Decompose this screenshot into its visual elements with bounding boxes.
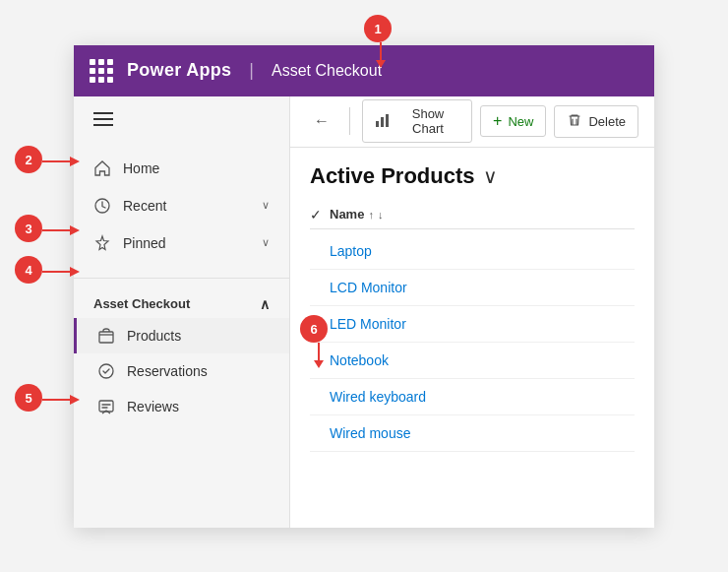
sidebar-item-products[interactable]: Products <box>74 318 289 353</box>
show-chart-label: Show Chart <box>396 106 459 136</box>
annotation-1-arrow <box>375 42 387 72</box>
topbar-divider: | <box>249 60 254 81</box>
list-col-name[interactable]: Name ↑ ↓ <box>330 207 383 222</box>
delete-button[interactable]: Delete <box>554 105 638 138</box>
list-item[interactable]: Laptop <box>310 233 635 270</box>
annotation-4-arrow <box>42 266 82 278</box>
svg-marker-5 <box>70 225 80 235</box>
view-title: Active Products ∨ <box>310 163 635 189</box>
delete-icon <box>567 112 582 131</box>
annotation-3: 3 <box>15 215 42 242</box>
list-item[interactable]: LED Monitor <box>310 306 635 343</box>
pin-icon <box>93 234 111 252</box>
svg-rect-17 <box>381 117 384 127</box>
svg-rect-16 <box>376 121 379 127</box>
list-item[interactable]: Wired mouse <box>310 415 635 452</box>
sidebar-item-home[interactable]: Home <box>74 150 289 187</box>
sidebar-item-reservations-label: Reservations <box>127 363 208 379</box>
waffle-icon[interactable] <box>90 59 113 83</box>
annotation-6: 6 <box>300 315 328 343</box>
delete-label: Delete <box>588 114 626 129</box>
svg-marker-9 <box>70 395 80 405</box>
list-header: ✓ Name ↑ ↓ <box>310 201 635 229</box>
svg-marker-11 <box>314 360 324 368</box>
list-item[interactable]: LCD Monitor <box>310 270 635 306</box>
item-name-3: LED Monitor <box>330 316 406 332</box>
hamburger-button[interactable] <box>90 108 117 130</box>
annotation-5: 5 <box>15 384 42 412</box>
sidebar-item-pinned-label: Pinned <box>123 235 250 251</box>
item-name-5: Wired keyboard <box>330 389 426 405</box>
content-toolbar: ← Show Chart + <box>290 96 654 148</box>
annotation-2: 2 <box>15 146 42 173</box>
svg-marker-1 <box>376 60 386 68</box>
sidebar-item-recent-label: Recent <box>123 198 250 214</box>
item-name-6: Wired mouse <box>330 425 410 441</box>
annotation-5-arrow <box>42 394 82 406</box>
sidebar-section-chevron[interactable]: ∧ <box>260 296 270 312</box>
app-subtitle: Asset Checkout <box>272 62 382 80</box>
view-title-chevron[interactable]: ∨ <box>483 164 498 188</box>
sidebar-item-reviews[interactable]: Reviews <box>74 389 289 424</box>
new-icon: + <box>493 112 502 130</box>
item-name-2: LCD Monitor <box>330 280 407 295</box>
recent-icon <box>93 197 111 215</box>
svg-rect-18 <box>386 114 389 127</box>
pinned-chevron: ∨ <box>262 236 270 249</box>
new-button[interactable]: + New <box>480 105 546 137</box>
nav-items: Home Recent ∨ <box>74 142 289 270</box>
content-area: ← Show Chart + <box>290 96 654 528</box>
sidebar-top <box>74 96 289 142</box>
sort-asc-icon[interactable]: ↑ <box>368 209 374 221</box>
annotation-6-arrow <box>313 343 325 372</box>
recent-chevron: ∨ <box>262 199 270 212</box>
sidebar: Home Recent ∨ <box>74 96 290 528</box>
annotation-2-arrow <box>42 156 82 167</box>
svg-marker-3 <box>70 157 80 166</box>
sidebar-section-header: Asset Checkout ∧ <box>74 286 289 318</box>
reservations-icon <box>97 362 115 380</box>
sidebar-section-title: Asset Checkout <box>93 296 190 311</box>
list-item[interactable]: Notebook <box>310 343 635 379</box>
sidebar-item-pinned[interactable]: Pinned ∨ <box>74 224 289 262</box>
home-icon <box>93 159 111 177</box>
new-label: New <box>508 114 533 129</box>
item-name-4: Notebook <box>330 352 389 368</box>
view-title-text: Active Products <box>310 163 475 189</box>
name-col-label: Name <box>330 207 364 222</box>
back-button[interactable]: ← <box>306 108 337 134</box>
top-bar: Power Apps | Asset Checkout <box>74 45 654 96</box>
item-name-1: Laptop <box>330 243 372 259</box>
svg-marker-7 <box>70 267 80 277</box>
sidebar-item-products-label: Products <box>127 328 181 344</box>
content-main: Active Products ∨ ✓ Name ↑ ↓ <box>290 148 654 528</box>
toolbar-sep-1 <box>349 107 350 135</box>
svg-rect-13 <box>99 332 113 343</box>
svg-point-14 <box>99 364 113 378</box>
sidebar-item-reservations[interactable]: Reservations <box>74 353 289 389</box>
annotation-4: 4 <box>15 256 42 284</box>
list-items: Laptop LCD Monitor LED Monitor Note <box>310 233 635 452</box>
app-title: Power Apps <box>127 60 231 81</box>
app-container: Power Apps | Asset Checkout <box>74 45 654 528</box>
list-check-header: ✓ <box>310 207 330 222</box>
show-chart-icon <box>375 112 391 131</box>
sort-desc-icon[interactable]: ↓ <box>378 209 384 221</box>
annotation-3-arrow <box>42 224 82 236</box>
main-area: Home Recent ∨ <box>74 96 654 528</box>
show-chart-button[interactable]: Show Chart <box>362 99 472 143</box>
sidebar-divider <box>74 278 289 279</box>
sidebar-item-home-label: Home <box>123 160 270 176</box>
annotation-1: 1 <box>364 15 392 42</box>
sidebar-item-recent[interactable]: Recent ∨ <box>74 187 289 224</box>
products-icon <box>97 327 115 345</box>
reviews-icon <box>97 398 115 415</box>
sidebar-item-reviews-label: Reviews <box>127 399 179 414</box>
sub-nav-items: Products Reservations <box>74 318 289 424</box>
list-item[interactable]: Wired keyboard <box>310 379 635 415</box>
